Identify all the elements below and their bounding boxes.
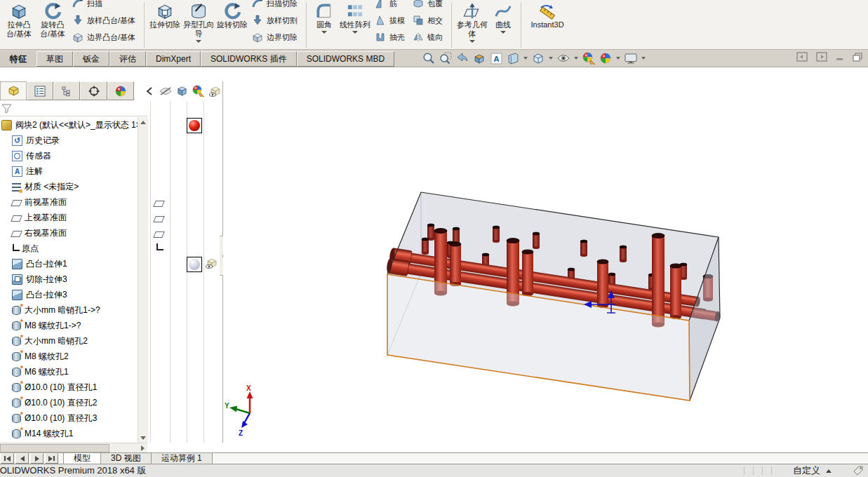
tree-root-item[interactable]: 阀块2 (默认<<默认>_显示状态 1> [0, 117, 138, 133]
apply-scene-dropdown-arrow[interactable] [616, 57, 620, 60]
tree-item[interactable]: 大小mm 暗销孔2 [0, 333, 138, 349]
zoom-to-fit-button[interactable] [421, 51, 436, 65]
tree-item[interactable]: M6 螺纹孔1 [0, 364, 138, 379]
tab-dimxpert[interactable]: DimXpert [146, 51, 201, 67]
display-pane-transparency-column-header[interactable] [207, 82, 223, 100]
shell-button[interactable]: 抽壳 [372, 29, 410, 46]
intersect-button[interactable]: 相交 [410, 12, 448, 29]
view-settings-button[interactable] [623, 51, 639, 65]
display-style-dropdown-arrow[interactable] [549, 57, 553, 60]
tree-item[interactable]: Ø10.0 (10) 直径孔2 [0, 395, 138, 410]
boundary-cut-button[interactable]: 边界切除 [249, 29, 302, 46]
fillet-button[interactable]: 圆角 [310, 0, 338, 34]
hide-show-dropdown-arrow[interactable] [574, 57, 578, 60]
wrap-button[interactable]: 包覆 [410, 0, 448, 12]
display-pane-hide-column-header[interactable] [157, 82, 173, 100]
tab-sheet-metal[interactable]: 钣金 [73, 51, 109, 67]
tree-vertical-scrollbar[interactable] [138, 117, 148, 443]
propertymanager-tab[interactable] [27, 81, 53, 100]
display-pane-plane-icon[interactable] [153, 231, 165, 238]
tree-item[interactable]: 原点 [0, 241, 138, 256]
fillet-dropdown-arrow[interactable] [321, 31, 327, 34]
apply-scene-button[interactable] [598, 51, 613, 65]
tree-item[interactable]: M14 螺纹孔1 [0, 426, 138, 441]
lofted-cut-button[interactable]: 放样切割 [249, 12, 302, 29]
motion-study-tab[interactable]: 运动算例 1 [151, 453, 213, 464]
tree-item[interactable]: 右视基准面 [0, 225, 138, 241]
graphics-viewport[interactable]: X Y Z [223, 67, 868, 452]
display-pane-plane-icon[interactable] [153, 201, 165, 207]
swept-cut-button[interactable]: 扫描切除 [249, 0, 302, 12]
tree-item[interactable]: 大小mm 暗销孔1->? [0, 302, 138, 318]
tree-item[interactable]: 前视基准面 [0, 194, 138, 210]
scroll-down-button[interactable] [138, 433, 148, 443]
last-tab-button[interactable] [45, 453, 58, 464]
previous-view-button[interactable] [455, 51, 470, 65]
view-orientation-dropdown-arrow[interactable] [523, 57, 528, 60]
model-tab[interactable]: 模型 [63, 453, 101, 464]
tree-item[interactable]: 上视基准面 [0, 210, 138, 225]
edit-appearance-button[interactable] [581, 51, 596, 65]
tab-features[interactable]: 特征 [0, 51, 36, 67]
zoom-to-area-button[interactable] [438, 51, 453, 65]
collapse-left-pane-icon[interactable] [796, 52, 808, 62]
revolved-boss-button[interactable]: 旋转凸台/基体 [36, 0, 69, 39]
tree-horizontal-scrollbar[interactable] [0, 443, 147, 453]
revolved-cut-button[interactable]: 旋转切除 [215, 0, 249, 29]
minimize-icon[interactable] [836, 53, 844, 61]
collapse-right-pane-icon[interactable] [816, 52, 827, 62]
hole-wizard-button[interactable]: 异型孔向导 [182, 0, 215, 43]
boss-appearance-swatch-gray[interactable] [187, 257, 202, 272]
tree-filter-bar[interactable] [0, 101, 147, 116]
dimxpertmanager-tab[interactable] [80, 81, 107, 100]
tree-item[interactable]: M8 螺纹孔1->? [0, 318, 138, 333]
boss-transparency-icon[interactable] [205, 257, 218, 269]
scroll-right-button[interactable] [138, 443, 147, 453]
tree-item[interactable]: ↺历史记录 [0, 133, 138, 148]
tab-evaluate[interactable]: 评估 [109, 51, 146, 67]
3d-views-tab[interactable]: 3D 视图 [100, 453, 152, 464]
curves-button[interactable]: 曲线 [489, 0, 517, 34]
linear-pattern-button[interactable]: 线性阵列 [338, 0, 372, 34]
instant3d-button[interactable]: Instant3D [525, 0, 570, 29]
tree-item[interactable]: 凸台-拉伸3 [0, 287, 138, 302]
scroll-up-button[interactable] [138, 117, 148, 127]
tag-icon[interactable] [853, 465, 864, 476]
display-pane-plane-icon[interactable] [153, 216, 165, 222]
previous-tab-button[interactable] [15, 453, 29, 464]
lofted-boss-button[interactable]: 放样凸台/基体 [69, 12, 140, 29]
view-settings-dropdown-arrow[interactable] [641, 57, 646, 60]
displaymanager-tab[interactable] [107, 81, 134, 100]
collapse-display-pane-button[interactable] [141, 82, 157, 100]
mirror-button[interactable]: 镜向 [410, 29, 448, 46]
reference-geometry-dropdown-arrow[interactable] [469, 40, 475, 43]
tree-item[interactable]: Ø10.0 (10) 直径孔3 [0, 410, 138, 426]
tab-solidworks-mbd[interactable]: SOLIDWORKS MBD [297, 51, 394, 67]
featuremanager-tree-tab[interactable] [0, 81, 27, 100]
tree-item[interactable]: 切除-拉伸3 [0, 271, 138, 287]
boundary-boss-button[interactable]: 边界凸台/基体 [69, 29, 140, 46]
next-tab-button[interactable] [30, 453, 44, 464]
configurationmanager-tab[interactable] [53, 81, 80, 100]
hide-show-items-button[interactable] [556, 51, 571, 65]
display-style-button[interactable] [530, 51, 546, 65]
swept-boss-button[interactable]: 扫描 [69, 0, 140, 12]
part-appearance-swatch-red[interactable] [187, 118, 202, 133]
tab-sketch[interactable]: 草图 [36, 51, 73, 67]
tree-item[interactable]: 材质 <未指定> [0, 179, 138, 194]
rib-button[interactable]: 筋 [372, 0, 410, 12]
curves-dropdown-arrow[interactable] [500, 31, 506, 34]
tree-item[interactable]: Ø10.0 (10) 直径孔1 [0, 379, 138, 395]
annotation-views-button[interactable] [488, 51, 504, 65]
tab-solidworks-addins[interactable]: SOLIDWORKS 插件 [201, 51, 297, 67]
customize-status-button[interactable]: 自定义 [793, 464, 832, 477]
view-orientation-button[interactable] [505, 51, 521, 65]
linear-pattern-dropdown-arrow[interactable] [352, 31, 358, 34]
restore-window-icon[interactable] [853, 53, 862, 62]
extruded-boss-button[interactable]: 拉伸凸台/基体 [2, 0, 36, 39]
draft-button[interactable]: 拔模 [372, 12, 410, 29]
display-pane-appearance-column-header[interactable] [190, 82, 206, 100]
reference-geometry-button[interactable]: 参考几何体 [455, 0, 489, 43]
section-view-button[interactable] [472, 51, 487, 65]
tree-item[interactable]: 凸台-拉伸1 [0, 256, 138, 271]
